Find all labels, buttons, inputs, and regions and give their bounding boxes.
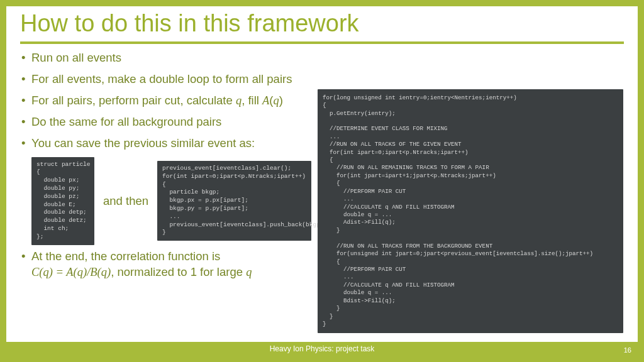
bullet-text: Do the same for all background pairs: [31, 115, 221, 128]
bullet-text: Run on all events: [31, 51, 121, 64]
bullet-item: For all events, make a double loop to fo…: [20, 72, 624, 87]
bullet-text: At the end, the correlation function is: [31, 250, 220, 263]
bullet-text: You can save the previous similar event …: [31, 136, 255, 150]
math-q: q: [246, 266, 252, 278]
code-struct: struct particle { double px; double py; …: [31, 157, 94, 245]
code-main-loop: for(long unsigned int ientry=0;ientry<Ne…: [318, 89, 623, 334]
bullet-text: ): [279, 94, 283, 107]
bullet-item: Run on all events: [20, 50, 624, 66]
math-A: A: [262, 94, 269, 107]
math-correlation: C(q) = A(q)/B(q): [31, 266, 111, 278]
title-area: How to do this in this framework: [6, 6, 638, 44]
math-q: q: [236, 94, 242, 107]
bullet-text: , fill: [242, 94, 262, 107]
bullet-text: , normalized to 1 for large: [111, 265, 246, 278]
code-copy-event: previous_event[ieventclass].clear(); for…: [157, 161, 311, 241]
footer-bar: Heavy Ion Physics: project task 16: [6, 342, 638, 356]
and-then-label: and then: [103, 194, 148, 208]
slide-body: Run on all events For all events, make a…: [6, 44, 638, 314]
footer-label: Heavy Ion Physics: project task: [270, 344, 375, 353]
slide-title: How to do this in this framework: [20, 10, 624, 40]
bullet-text: For all pairs, perform pair cut, calcula…: [31, 94, 236, 107]
slide: How to do this in this framework Run on …: [0, 0, 644, 362]
bullet-text: For all events, make a double loop to fo…: [31, 72, 292, 85]
math-q: q: [274, 94, 279, 107]
page-number: 16: [624, 346, 631, 354]
